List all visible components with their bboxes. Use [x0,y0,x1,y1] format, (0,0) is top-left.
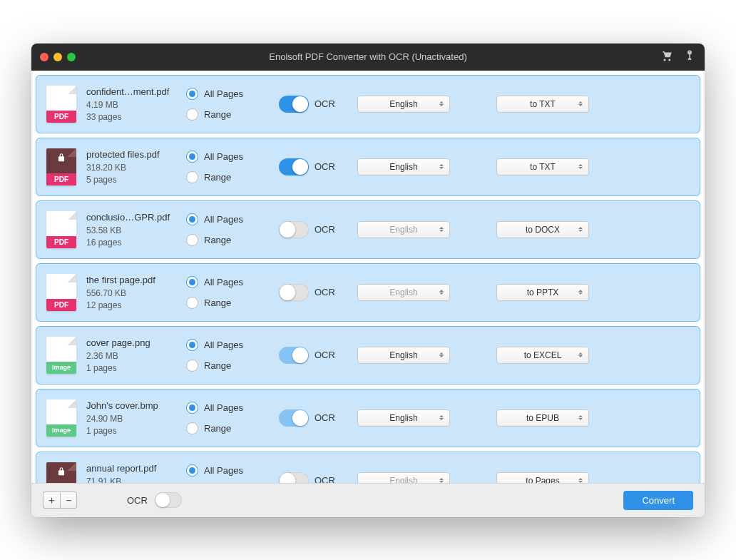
remove-file-button[interactable]: － [60,492,77,509]
file-thumbnail: PDF [46,274,76,311]
chevron-updown-icon [578,165,583,169]
minimize-window-button[interactable] [53,53,62,61]
format-dropdown[interactable]: to DOCX [496,221,589,238]
ocr-toggle[interactable] [279,221,309,238]
dropdown-value: English [389,413,417,423]
format-dropdown[interactable]: to TXT [496,158,589,175]
dropdown-value: to TXT [530,99,556,109]
file-meta: John's cover.bmp24.90 MB1 pages [86,400,186,436]
chevron-updown-icon [578,290,583,295]
format-dropdown[interactable]: to EXCEL [496,347,589,364]
radio-dot-icon [186,464,198,477]
file-row[interactable]: Imagecover page.png2.36 MB1 pagesAll Pag… [36,326,700,385]
chevron-updown-icon [578,228,583,232]
radio-label: All Pages [204,277,243,287]
file-type-badge: PDF [46,173,76,185]
file-name: annual report.pdf [86,463,186,474]
key-icon[interactable] [683,49,696,65]
format-dropdown[interactable]: to Pages [496,472,589,483]
file-meta: confident…ment.pdf4.19 MB33 pages [86,86,186,122]
dropdown-value: to DOCX [526,225,560,235]
file-pages: 33 pages [86,112,186,122]
page-range-group: All PagesRange [186,151,279,183]
ocr-toggle[interactable] [279,96,309,113]
format-dropdown[interactable]: to TXT [496,96,589,113]
file-row[interactable]: PDFprotected files.pdf318.20 KB5 pagesAl… [36,138,700,196]
chevron-updown-icon [578,353,583,357]
file-type-badge: Image [46,362,76,374]
ocr-cell: OCR [279,409,357,427]
radio-all-pages[interactable]: All Pages [186,339,279,351]
radio-all-pages[interactable]: All Pages [186,402,279,414]
file-meta: cover page.png2.36 MB1 pages [86,337,186,373]
page-range-group: All PagesRange [186,276,279,309]
file-thumbnail: PDF [46,462,76,483]
radio-dot-icon [186,151,198,163]
radio-all-pages[interactable]: All Pages [186,213,279,225]
file-size: 4.19 MB [86,100,186,110]
file-meta: protected files.pdf318.20 KB5 pages [86,149,186,185]
language-dropdown[interactable]: English [357,409,450,427]
maximize-window-button[interactable] [67,53,76,61]
footer-ocr-toggle[interactable] [155,492,182,508]
file-thumbnail: Image [46,337,76,374]
convert-button[interactable]: Convert [623,491,693,510]
chevron-updown-icon [439,479,444,483]
chevron-updown-icon [439,228,444,232]
file-pages: 1 pages [86,426,186,436]
file-type-badge: Image [46,424,76,437]
radio-all-pages[interactable]: All Pages [186,151,279,163]
file-pages: 5 pages [86,175,186,185]
ocr-toggle[interactable] [279,472,309,483]
file-meta: annual report.pdf71.91 KB2 pages [86,463,186,483]
language-dropdown[interactable]: English [357,96,450,113]
file-row[interactable]: ImageJohn's cover.bmp24.90 MB1 pagesAll … [36,389,700,447]
radio-label: Range [204,235,231,245]
ocr-cell: OCR [279,347,357,364]
file-list[interactable]: PDFconfident…ment.pdf4.19 MB33 pagesAll … [31,71,705,483]
radio-label: Range [204,109,231,120]
ocr-toggle[interactable] [279,347,309,364]
radio-range[interactable]: Range [186,108,279,121]
radio-dot-icon [186,422,198,434]
ocr-toggle[interactable] [279,158,309,175]
close-window-button[interactable] [40,53,48,61]
file-row[interactable]: PDFthe first page.pdf556.70 KB12 pagesAl… [36,263,700,322]
cart-icon[interactable] [660,49,673,65]
radio-all-pages[interactable]: All Pages [186,464,279,477]
dropdown-value: English [389,225,417,235]
language-dropdown[interactable]: English [357,158,450,175]
dropdown-value: English [389,476,417,483]
radio-range[interactable]: Range [186,360,279,372]
format-dropdown[interactable]: to EPUB [496,409,589,427]
language-dropdown[interactable]: English [357,347,450,364]
ocr-toggle[interactable] [279,409,309,427]
ocr-label: OCR [315,224,335,235]
radio-range[interactable]: Range [186,297,279,309]
footer-bar: ＋ － OCR Convert [31,483,705,517]
ocr-label: OCR [315,98,335,109]
ocr-cell: OCR [279,96,357,113]
radio-range[interactable]: Range [186,171,279,183]
titlebar: Enolsoft PDF Converter with OCR (Unactiv… [31,44,705,71]
ocr-toggle[interactable] [279,284,309,301]
file-row[interactable]: PDFannual report.pdf71.91 KB2 pagesAll P… [36,452,700,483]
chevron-updown-icon [578,416,583,420]
file-row[interactable]: PDFconclusio…GPR.pdf53.58 KB16 pagesAll … [36,200,700,259]
ocr-label: OCR [315,412,335,423]
dropdown-value: English [389,287,417,297]
radio-range[interactable]: Range [186,234,279,246]
add-file-button[interactable]: ＋ [43,492,60,509]
dropdown-value: English [389,162,417,172]
file-row[interactable]: PDFconfident…ment.pdf4.19 MB33 pagesAll … [36,75,700,133]
radio-range[interactable]: Range [186,422,279,434]
chevron-updown-icon [439,416,444,420]
radio-dot-icon [186,171,198,183]
ocr-label: OCR [315,350,335,360]
ocr-label: OCR [315,475,335,483]
format-dropdown[interactable]: to PPTX [496,284,589,301]
radio-label: Range [204,172,231,183]
radio-all-pages[interactable]: All Pages [186,276,279,288]
radio-all-pages[interactable]: All Pages [186,88,279,100]
radio-label: All Pages [204,465,243,476]
